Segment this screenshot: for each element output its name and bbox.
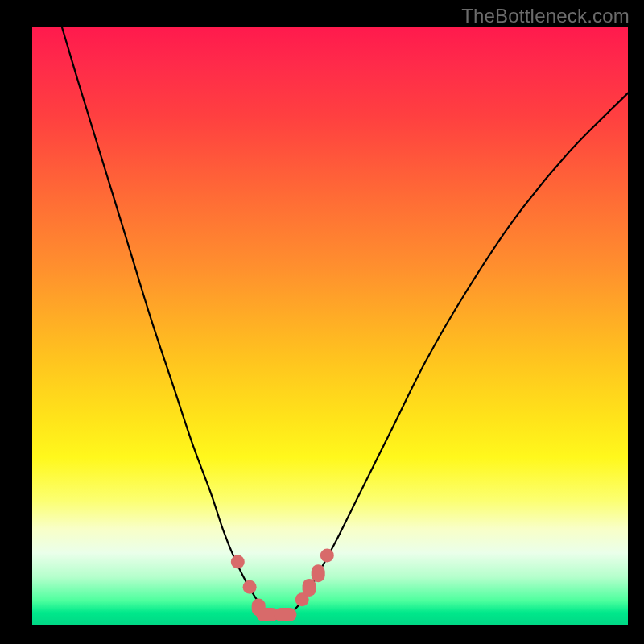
data-marker (231, 555, 245, 569)
watermark-text: TheBottleneck.com (461, 5, 630, 27)
bottleneck-curve (62, 27, 628, 617)
data-marker (303, 579, 316, 597)
data-marker (312, 564, 325, 582)
chart-svg (32, 27, 628, 625)
data-marker (320, 548, 334, 562)
data-marker (243, 580, 257, 594)
data-marker (275, 608, 297, 621)
plot-area (32, 27, 628, 625)
markers-group (231, 548, 334, 621)
chart-frame: TheBottleneck.com (0, 0, 644, 644)
